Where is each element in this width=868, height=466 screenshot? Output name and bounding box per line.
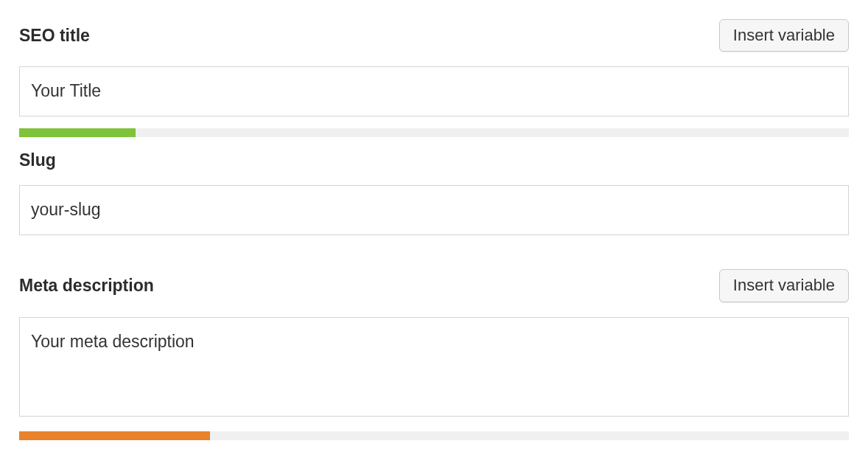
seo-title-label: SEO title <box>19 26 90 46</box>
slug-label: Slug <box>19 150 56 170</box>
meta-description-label: Meta description <box>19 276 154 296</box>
meta-description-progress-track <box>19 431 849 440</box>
seo-title-section: SEO title Insert variable <box>19 19 849 137</box>
meta-description-section: Meta description Insert variable <box>19 269 849 439</box>
meta-description-header: Meta description Insert variable <box>19 269 849 302</box>
slug-section: Slug <box>19 150 849 235</box>
seo-title-progress-track <box>19 128 849 137</box>
insert-variable-button-meta-description[interactable]: Insert variable <box>719 269 849 302</box>
slug-header: Slug <box>19 150 849 170</box>
seo-title-progress-fill <box>19 128 136 137</box>
insert-variable-button-seo-title[interactable]: Insert variable <box>719 19 849 52</box>
seo-title-input[interactable] <box>19 66 849 116</box>
seo-title-header: SEO title Insert variable <box>19 19 849 52</box>
slug-input[interactable] <box>19 185 849 235</box>
meta-description-progress-fill <box>19 431 210 440</box>
meta-description-input[interactable] <box>19 317 849 417</box>
